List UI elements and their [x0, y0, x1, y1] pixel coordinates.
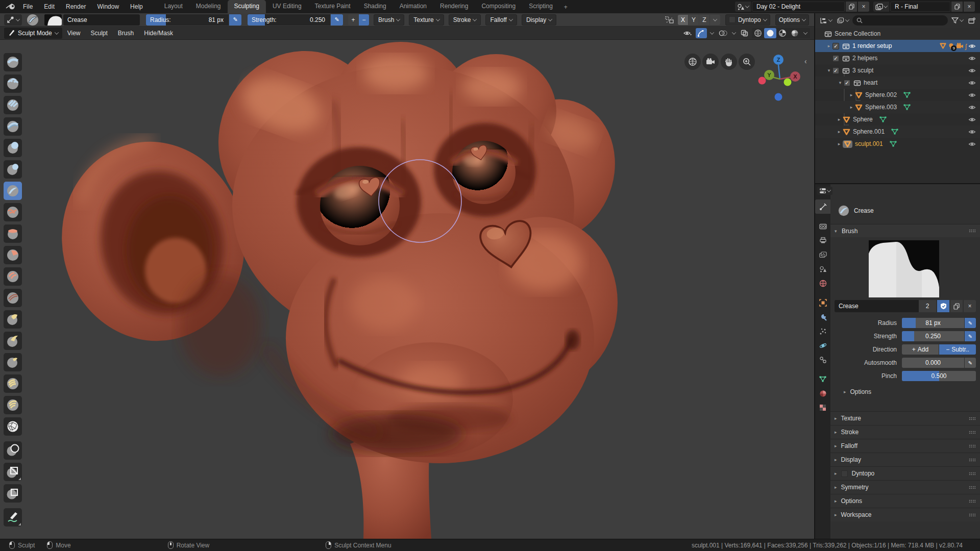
row-checkbox[interactable]: ✓ — [844, 80, 850, 86]
shading-rendered-button[interactable] — [789, 28, 801, 38]
menu-help[interactable]: Help — [125, 0, 149, 13]
row-checkbox[interactable]: ✓ — [832, 67, 839, 74]
brush-name-field[interactable]: Crease — [63, 14, 140, 26]
radius-pressure-toggle[interactable]: ✎ — [965, 318, 976, 328]
row-checkbox[interactable]: ✓ — [832, 43, 839, 49]
tool-clay-strips[interactable] — [4, 96, 22, 114]
panel-dyntopo[interactable]: ▸Dyntopo — [830, 466, 980, 480]
expand-icon[interactable]: ▸ — [848, 105, 855, 110]
tool-flatten[interactable] — [4, 224, 22, 243]
unlink-brush-button[interactable]: × — [964, 300, 976, 312]
hide-eye-icon[interactable] — [968, 141, 976, 147]
brush-name-field[interactable]: Crease 2 — [835, 300, 936, 312]
hide-eye-icon[interactable] — [968, 92, 976, 98]
brush-preview-image[interactable] — [869, 240, 939, 297]
gizmo-toggle[interactable] — [696, 28, 707, 38]
drag-handle-icon[interactable] — [969, 444, 976, 448]
tool-thumb[interactable] — [4, 353, 22, 371]
menu-view[interactable]: View — [62, 30, 86, 37]
symmetry-dropdown[interactable] — [710, 15, 720, 25]
direction-add-toggle[interactable]: + — [348, 14, 358, 26]
menu-brush[interactable]: Brush — [113, 30, 139, 37]
menu-render[interactable]: Render — [60, 0, 91, 13]
view-layer-name-field[interactable]: R - Final — [890, 2, 950, 12]
add-workspace-button[interactable]: + — [559, 2, 572, 13]
tab-tool[interactable] — [815, 199, 830, 214]
outliner-row-sphere-001[interactable]: ▸ Sphere.001 — [815, 126, 980, 138]
menu-edit[interactable]: Edit — [38, 0, 60, 13]
dyntopo-group[interactable]: Dyntopo — [725, 14, 770, 26]
menu-window[interactable]: Window — [91, 0, 125, 13]
fake-user-shield-button[interactable] — [937, 300, 949, 312]
tab-object-data[interactable] — [815, 372, 830, 386]
outliner-row-sculpt-collection[interactable]: ▾ ✓ 3 sculpt — [815, 64, 980, 77]
outliner-row-render-setup[interactable]: ▸ ✓ 1 render setup 9 ʃ — [815, 40, 980, 52]
scene-name-field[interactable]: Day 02 - Delight — [752, 2, 845, 12]
tool-layer[interactable] — [4, 117, 22, 136]
dyntopo-panel-checkbox[interactable] — [841, 470, 848, 477]
xray-toggle[interactable] — [739, 28, 750, 38]
outliner-filter-dropdown[interactable] — [950, 15, 965, 26]
navigation-gizmo[interactable]: Z Y X — [755, 54, 806, 105]
hide-eye-icon[interactable] — [968, 117, 976, 122]
hide-eye-icon[interactable] — [968, 129, 976, 135]
outliner-row-sphere[interactable]: ▸ Sphere — [815, 113, 980, 126]
symmetry-x-toggle[interactable]: X — [678, 15, 688, 25]
tool-draw[interactable] — [4, 53, 22, 71]
row-checkbox[interactable]: ✓ — [832, 55, 839, 62]
outliner-row-heart-collection[interactable]: ▾ ✓ heart — [815, 77, 980, 89]
tool-box-mask[interactable] — [4, 484, 22, 503]
symmetry-y-toggle[interactable]: Y — [689, 15, 699, 25]
popover-texture[interactable]: Texture — [409, 14, 444, 26]
toggle-grid-button[interactable] — [684, 54, 701, 70]
tab-modifiers[interactable] — [815, 310, 830, 324]
popover-stroke[interactable]: Stroke — [449, 14, 481, 26]
hide-eye-icon[interactable] — [968, 68, 976, 73]
expand-icon[interactable]: ▸ — [825, 43, 832, 48]
tab-render[interactable] — [815, 219, 830, 233]
mode-selector[interactable]: Sculpt Mode — [4, 28, 62, 39]
drag-handle-icon[interactable] — [969, 499, 976, 503]
dyntopo-checkbox[interactable] — [729, 16, 736, 23]
outliner-search-input[interactable] — [852, 15, 948, 26]
strength-slider[interactable]: Strength: 0.250 — [248, 14, 330, 26]
outliner-row-sphere-003[interactable]: ▸ Sphere.003 — [815, 101, 980, 113]
expand-icon[interactable]: ▸ — [836, 117, 843, 122]
tab-texture-paint[interactable]: Texture Paint — [308, 0, 357, 13]
view-layer-selector-icon[interactable] — [873, 2, 889, 12]
tab-uv-editing[interactable]: UV Editing — [266, 0, 308, 13]
tool-snake-hook[interactable] — [4, 332, 22, 350]
tab-view-layer[interactable] — [815, 247, 830, 262]
menu-file[interactable]: File — [17, 0, 38, 13]
new-collection-button[interactable] — [967, 15, 977, 26]
hide-eye-icon[interactable] — [968, 43, 976, 49]
tab-modeling[interactable]: Modeling — [189, 0, 228, 13]
tool-pinch[interactable] — [4, 289, 22, 307]
options-popover[interactable]: Options — [775, 14, 809, 26]
outliner-row-sphere-002[interactable]: ▸ Sphere.002 — [815, 89, 980, 101]
direction-subtract-button[interactable]: −Subtr.. — [939, 344, 976, 355]
tool-mask[interactable] — [4, 441, 22, 460]
tool-clay[interactable] — [4, 74, 22, 93]
strength-field[interactable]: 0.250 — [902, 331, 964, 341]
tab-constraints[interactable] — [815, 353, 830, 367]
outliner-display-mode-dropdown[interactable] — [818, 15, 834, 26]
shading-solid-button[interactable] — [764, 28, 776, 38]
outliner-row-sculpt-001[interactable]: ▸ sculpt.001 — [815, 138, 980, 150]
panel-texture[interactable]: ▸Texture — [830, 411, 980, 425]
tool-nudge[interactable] — [4, 374, 22, 393]
menu-sculpt[interactable]: Sculpt — [86, 30, 113, 37]
drag-handle-icon[interactable] — [969, 513, 976, 517]
tool-annotate[interactable] — [4, 508, 22, 527]
tab-world[interactable] — [815, 276, 830, 290]
scene-copy-button[interactable] — [846, 2, 857, 12]
viewport-canvas[interactable]: ‹ Z Y X — [0, 40, 814, 539]
panel-symmetry[interactable]: ▸Symmetry — [830, 480, 980, 494]
outliner-row-helpers[interactable]: ✓ 2 helpers — [815, 52, 980, 64]
tab-physics[interactable] — [815, 338, 830, 353]
tab-scene[interactable] — [815, 262, 830, 276]
tool-box-hide[interactable] — [4, 463, 22, 481]
tab-particles[interactable] — [815, 324, 830, 338]
view-layer-delete-button[interactable]: × — [964, 2, 975, 12]
tool-rotate[interactable] — [4, 396, 22, 414]
